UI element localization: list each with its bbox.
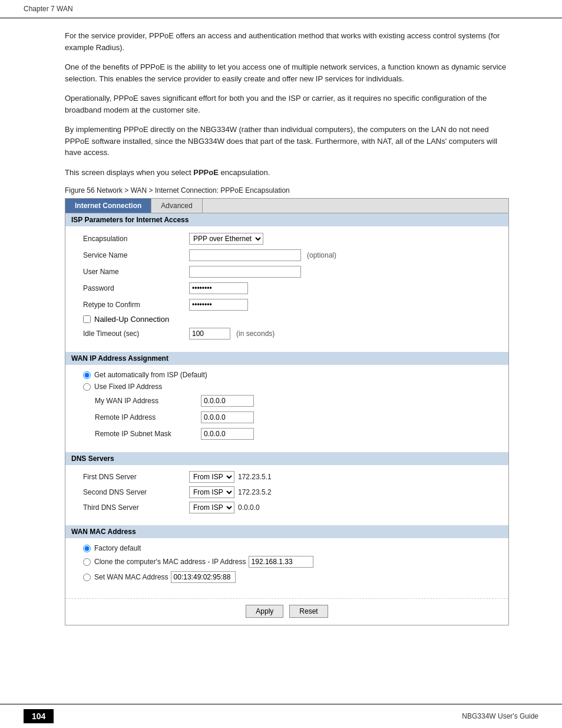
password-control bbox=[189, 282, 248, 294]
set-wan-mac-row: Set WAN MAC Address bbox=[83, 571, 497, 583]
reset-button[interactable]: Reset bbox=[289, 605, 328, 618]
ui-panel: Internet Connection Advanced ISP Paramet… bbox=[65, 198, 509, 625]
first-dns-control: From ISP 172.23.5.1 bbox=[189, 471, 272, 483]
remote-subnet-row: Remote IP Subnet Mask bbox=[95, 427, 497, 440]
retype-control bbox=[189, 299, 248, 311]
paragraph-4: By implementing PPPoE directly on the NB… bbox=[65, 124, 509, 159]
username-label: User Name bbox=[83, 268, 189, 276]
page-footer: 104 NBG334W User's Guide bbox=[0, 704, 562, 728]
paragraph-2: One of the benefits of PPPoE is the abil… bbox=[65, 61, 509, 84]
pppoe-bold: PPPoE bbox=[193, 168, 219, 177]
retype-row: Retype to Confirm bbox=[83, 298, 497, 311]
idle-timeout-control: (in seconds) bbox=[189, 328, 275, 340]
optional-text: (optional) bbox=[307, 251, 336, 259]
encapsulation-label: Encapsulation bbox=[83, 235, 189, 243]
tab-advanced[interactable]: Advanced bbox=[151, 199, 202, 213]
idle-timeout-row: Idle Timeout (sec) (in seconds) bbox=[83, 327, 497, 340]
chapter-title: Chapter 7 WAN bbox=[24, 5, 73, 13]
third-dns-control: From ISP 0.0.0.0 bbox=[189, 502, 260, 513]
set-wan-mac-radio[interactable] bbox=[83, 574, 91, 581]
service-name-control: (optional) bbox=[189, 249, 336, 261]
remote-ip-row: Remote IP Address bbox=[95, 411, 497, 424]
password-input[interactable] bbox=[189, 282, 248, 294]
footer-guide-title: NBG334W User's Guide bbox=[462, 712, 538, 720]
first-dns-row: First DNS Server From ISP 172.23.5.1 bbox=[83, 471, 497, 483]
username-row: User Name bbox=[83, 265, 497, 278]
page-number: 104 bbox=[24, 709, 54, 723]
remote-ip-input[interactable] bbox=[201, 411, 254, 423]
main-content: For the service provider, PPPoE offers a… bbox=[0, 18, 562, 649]
apply-button[interactable]: Apply bbox=[246, 605, 283, 618]
set-wan-mac-label: Set WAN MAC Address bbox=[94, 573, 168, 581]
wan-ip-section-header: WAN IP Address Assignment bbox=[65, 352, 508, 365]
fixed-ip-label: Use Fixed IP Address bbox=[94, 383, 162, 391]
second-dns-value: 172.23.5.2 bbox=[238, 488, 272, 496]
first-dns-select[interactable]: From ISP bbox=[189, 471, 234, 483]
factory-default-radio[interactable] bbox=[83, 545, 91, 552]
my-wan-ip-label: My WAN IP Address bbox=[95, 397, 201, 405]
nailed-up-label: Nailed-Up Connection bbox=[94, 315, 169, 324]
second-dns-select[interactable]: From ISP bbox=[189, 486, 234, 498]
set-wan-mac-input[interactable] bbox=[171, 571, 236, 583]
retype-label: Retype to Confirm bbox=[83, 301, 189, 309]
clone-mac-ip-input[interactable] bbox=[249, 556, 313, 568]
remote-ip-label: Remote IP Address bbox=[95, 413, 201, 421]
encapsulation-control: PPP over Ethernet bbox=[189, 233, 263, 245]
paragraph-1: For the service provider, PPPoE offers a… bbox=[65, 30, 509, 53]
tab-bar: Internet Connection Advanced bbox=[65, 199, 508, 213]
service-name-input[interactable] bbox=[189, 249, 301, 261]
factory-default-row: Factory default bbox=[83, 544, 497, 552]
third-dns-select[interactable]: From ISP bbox=[189, 502, 234, 513]
first-dns-value: 172.23.5.1 bbox=[238, 473, 272, 481]
clone-mac-label: Clone the computer's MAC address - IP Ad… bbox=[94, 558, 246, 566]
tab-internet-connection[interactable]: Internet Connection bbox=[65, 199, 151, 213]
encapsulation-select[interactable]: PPP over Ethernet bbox=[189, 233, 263, 245]
username-input[interactable] bbox=[189, 266, 301, 278]
username-control bbox=[189, 266, 301, 278]
paragraph-5: This screen displays when you select PPP… bbox=[65, 167, 509, 179]
nailed-up-row: Nailed-Up Connection bbox=[83, 315, 497, 324]
button-row: Apply Reset bbox=[65, 598, 508, 625]
second-dns-label: Second DNS Server bbox=[83, 488, 189, 496]
password-label: Password bbox=[83, 284, 189, 292]
second-dns-row: Second DNS Server From ISP 172.23.5.2 bbox=[83, 486, 497, 498]
my-wan-ip-row: My WAN IP Address bbox=[95, 394, 497, 407]
second-dns-control: From ISP 172.23.5.2 bbox=[189, 486, 272, 498]
fixed-ip-radio-row: Use Fixed IP Address bbox=[83, 383, 497, 391]
in-seconds-text: (in seconds) bbox=[236, 330, 275, 338]
wan-mac-section-header: WAN MAC Address bbox=[65, 525, 508, 538]
wan-mac-form-area: Factory default Clone the computer's MAC… bbox=[65, 538, 508, 595]
clone-mac-row: Clone the computer's MAC address - IP Ad… bbox=[83, 556, 497, 568]
isp-form-area: Encapsulation PPP over Ethernet Service … bbox=[65, 226, 508, 352]
nailed-up-checkbox[interactable] bbox=[83, 315, 91, 323]
page-header: Chapter 7 WAN bbox=[0, 0, 562, 18]
service-name-row: Service Name (optional) bbox=[83, 249, 497, 262]
remote-subnet-label: Remote IP Subnet Mask bbox=[95, 430, 201, 438]
clone-mac-radio[interactable] bbox=[83, 558, 91, 566]
idle-timeout-label: Idle Timeout (sec) bbox=[83, 330, 189, 338]
paragraph-3: Operationally, PPPoE saves significant e… bbox=[65, 93, 509, 116]
figure-caption: Figure 56 Network > WAN > Internet Conne… bbox=[65, 186, 509, 195]
retype-input[interactable] bbox=[189, 299, 248, 311]
third-dns-label: Third DNS Server bbox=[83, 503, 189, 512]
encapsulation-row: Encapsulation PPP over Ethernet bbox=[83, 232, 497, 245]
first-dns-label: First DNS Server bbox=[83, 473, 189, 481]
idle-timeout-input[interactable] bbox=[189, 328, 230, 340]
password-row: Password bbox=[83, 282, 497, 295]
get-auto-radio-row: Get automatically from ISP (Default) bbox=[83, 371, 497, 379]
my-wan-ip-input[interactable] bbox=[201, 395, 254, 407]
wan-ip-form-area: Get automatically from ISP (Default) Use… bbox=[65, 365, 508, 452]
third-dns-row: Third DNS Server From ISP 0.0.0.0 bbox=[83, 502, 497, 513]
service-name-label: Service Name bbox=[83, 251, 189, 259]
dns-section-header: DNS Servers bbox=[65, 452, 508, 465]
isp-section-header: ISP Parameters for Internet Access bbox=[65, 213, 508, 226]
dns-form-area: First DNS Server From ISP 172.23.5.1 Sec… bbox=[65, 465, 508, 525]
get-auto-radio[interactable] bbox=[83, 371, 91, 379]
fixed-ip-radio[interactable] bbox=[83, 383, 91, 391]
factory-default-label: Factory default bbox=[94, 544, 141, 552]
get-auto-label: Get automatically from ISP (Default) bbox=[94, 371, 207, 379]
remote-subnet-input[interactable] bbox=[201, 428, 254, 440]
third-dns-value: 0.0.0.0 bbox=[238, 503, 260, 512]
